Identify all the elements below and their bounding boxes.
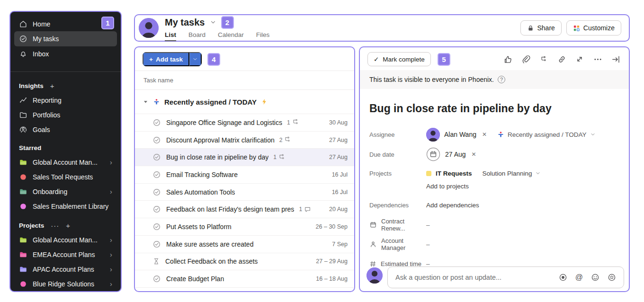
sidebar-item-portfolios[interactable]: Portfolios xyxy=(14,107,117,122)
add-icon[interactable]: + xyxy=(66,222,71,230)
tab-calendar[interactable]: Calendar xyxy=(218,31,244,41)
chevron-right-icon[interactable]: › xyxy=(110,236,112,243)
check-circle-icon[interactable] xyxy=(152,153,161,161)
sidebar-section-title: Starred xyxy=(19,144,41,151)
folder-icon xyxy=(19,250,27,259)
copy-link-button[interactable] xyxy=(557,54,566,64)
annotation-badge-2: 2 xyxy=(221,16,234,29)
tab-board[interactable]: Board xyxy=(188,31,206,41)
check-circle-icon[interactable] xyxy=(152,205,161,213)
task-row[interactable]: Feedback on last Friday's design team pr… xyxy=(135,201,354,218)
task-due-date: 7 Sep xyxy=(328,241,348,248)
caret-down-icon[interactable] xyxy=(143,99,149,105)
tab-files[interactable]: Files xyxy=(256,31,270,41)
mark-complete-button[interactable]: ✓ Mark complete xyxy=(367,52,431,66)
task-row[interactable]: Sales Automation Tools16 Jul xyxy=(135,184,354,201)
visibility-banner-text: This task is visible to everyone in Phoe… xyxy=(369,76,494,83)
task-row[interactable]: Email Tracking Software16 Jul xyxy=(135,166,354,184)
calendar-circle-icon[interactable] xyxy=(426,147,440,161)
custom-field-name: Contract Renew... xyxy=(381,218,426,232)
sidebar-item-goals[interactable]: Goals xyxy=(14,122,117,137)
expand-button[interactable] xyxy=(575,54,584,64)
subtasks-button[interactable] xyxy=(539,54,548,64)
task-row[interactable]: Create Budget Plan16 – 18 Aug xyxy=(135,270,354,288)
column-header-task-name[interactable]: Task name xyxy=(135,71,354,90)
task-row[interactable]: Discount Approval Matrix clarification22… xyxy=(135,132,354,149)
attach-button[interactable] xyxy=(521,54,530,64)
check-circle-icon[interactable] xyxy=(152,222,161,231)
check-circle-icon[interactable] xyxy=(152,240,161,249)
chevron-right-icon[interactable]: › xyxy=(110,266,112,273)
custom-field-row: Account Manager– xyxy=(369,239,619,250)
assignee-avatar[interactable] xyxy=(426,128,440,142)
sidebar-item-blue-ridge-solutions[interactable]: Blue Ridge Solutions› xyxy=(14,276,117,291)
chevron-right-icon[interactable]: › xyxy=(110,188,112,195)
remove-assignee-button[interactable]: ✕ xyxy=(482,131,487,138)
like-button[interactable] xyxy=(503,54,512,64)
task-name: Feedback on last Friday's design team pr… xyxy=(166,205,294,213)
add-task-button[interactable]: + Add task xyxy=(143,52,189,66)
task-row[interactable]: Make sure assets are created7 Sep xyxy=(135,236,354,253)
check-circle-icon[interactable] xyxy=(152,170,161,179)
custom-field-row: Contract Renew...– xyxy=(369,219,619,231)
sidebar-item-label: Global Account Man... xyxy=(33,236,98,244)
project-section-dropdown[interactable]: Solution Planning xyxy=(483,170,541,177)
sidebar-item-global-account-man-[interactable]: Global Account Man...› xyxy=(14,232,117,247)
sidebar-item-global-account-man-[interactable]: Global Account Man...› xyxy=(14,155,117,169)
section-header-recently-assigned[interactable]: Recently assigned / TODAY xyxy=(135,90,354,114)
add-to-projects-button[interactable]: Add to projects xyxy=(369,183,619,194)
chevron-right-icon[interactable]: › xyxy=(110,280,112,287)
task-row[interactable]: Singapore Office Signage and Logistics13… xyxy=(135,114,354,132)
check-circle-icon[interactable] xyxy=(152,136,161,144)
task-due-date: 16 – 18 Aug xyxy=(312,275,348,282)
sidebar-item-reporting[interactable]: Reporting xyxy=(14,93,117,107)
record-video-button[interactable] xyxy=(559,273,567,282)
sidebar-item-apac-account-plans[interactable]: APAC Account Plans› xyxy=(14,262,117,276)
due-date-value[interactable]: 27 Aug xyxy=(445,151,466,158)
sidebar-item-onboarding[interactable]: Onboarding› xyxy=(14,184,117,199)
chevron-right-icon[interactable]: › xyxy=(110,159,112,166)
sidebar-item-label: Global Account Man... xyxy=(33,159,98,166)
chevron-down-icon[interactable] xyxy=(210,19,216,26)
sidebar-item-sales-enablement-library[interactable]: Sales Enablement Library xyxy=(14,199,117,213)
assignee-name[interactable]: Alan Wang xyxy=(444,131,476,138)
more-actions-button[interactable] xyxy=(593,54,602,64)
check-circle-icon[interactable] xyxy=(152,188,161,196)
emoji-button[interactable] xyxy=(591,273,599,282)
chevron-right-icon[interactable]: › xyxy=(110,251,112,258)
close-pane-button[interactable] xyxy=(611,54,620,64)
tab-list[interactable]: List xyxy=(165,31,176,41)
comment-input[interactable]: Ask a question or post an update... @ xyxy=(387,266,624,288)
task-due-date: 26 – 30 Sep xyxy=(312,223,348,230)
assignee-section-dropdown[interactable]: Recently assigned / TODAY xyxy=(497,131,596,138)
customize-button[interactable]: Customize xyxy=(566,20,621,36)
appreciation-button[interactable] xyxy=(608,273,616,282)
help-icon[interactable]: ? xyxy=(498,76,505,83)
check-circle-icon[interactable] xyxy=(152,118,161,127)
user-avatar[interactable] xyxy=(139,18,159,38)
add-icon[interactable]: + xyxy=(50,82,55,90)
sidebar-item-inbox[interactable]: Inbox xyxy=(14,46,117,61)
task-row[interactable]: Bug in close rate in pipeline by day127 … xyxy=(135,149,354,166)
count-value: 1 xyxy=(299,206,302,213)
task-row[interactable]: Collect Feedback on the assets27 – 29 Au… xyxy=(135,253,354,271)
remove-due-date-button[interactable]: ✕ xyxy=(472,151,476,158)
custom-field-value[interactable]: – xyxy=(426,241,430,248)
hourglass-icon[interactable] xyxy=(152,258,160,265)
add-dependencies-button[interactable]: Add dependencies xyxy=(426,202,479,209)
share-button[interactable]: Share xyxy=(520,20,562,36)
page-title[interactable]: My tasks xyxy=(165,17,205,28)
sidebar-item-sales-tool-requests[interactable]: Sales Tool Requests xyxy=(14,169,117,184)
custom-field-value[interactable]: – xyxy=(426,222,430,229)
mention-button[interactable]: @ xyxy=(575,274,583,281)
page-header: My tasks 2 ListBoardCalendarFiles Share … xyxy=(134,14,630,42)
check-circle-icon[interactable] xyxy=(152,275,161,283)
more-options-icon[interactable]: ··· xyxy=(51,222,59,230)
task-title[interactable]: Bug in close rate in pipeline by day xyxy=(369,101,619,115)
task-name: Email Tracking Software xyxy=(166,171,238,178)
add-task-dropdown-button[interactable] xyxy=(189,52,202,66)
sidebar-item-emea-account-plans[interactable]: EMEA Account Plans› xyxy=(14,247,117,262)
task-row[interactable]: Put Assets to Platform26 – 30 Sep xyxy=(135,218,354,236)
sidebar-item-my-tasks[interactable]: My tasks xyxy=(14,31,117,46)
project-name[interactable]: IT Requests xyxy=(436,170,472,177)
